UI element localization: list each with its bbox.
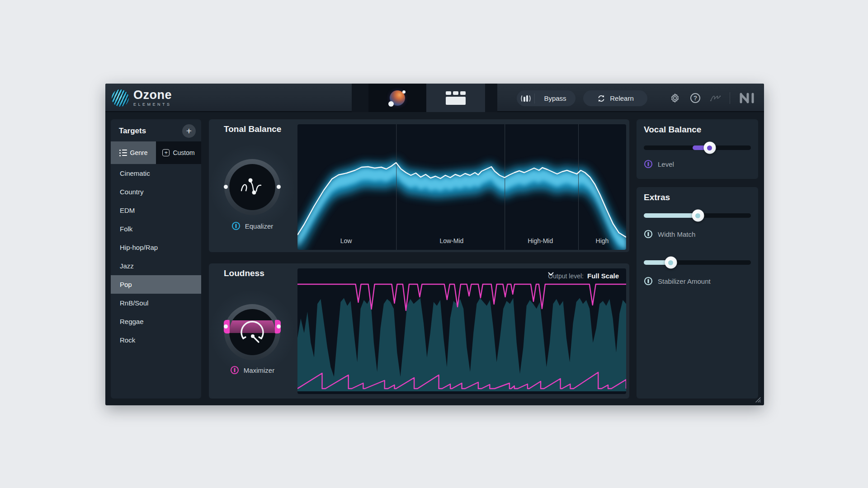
slider-thumb[interactable] xyxy=(703,142,716,154)
loudness-display: Output level: Full Scale xyxy=(297,268,626,394)
brand-subtitle: ELEMENTS xyxy=(133,102,172,107)
settings-gear-icon[interactable] xyxy=(669,92,681,104)
relearn-button[interactable]: Relearn xyxy=(583,90,647,106)
assistant-sphere-icon xyxy=(390,90,405,106)
genre-item[interactable]: Hip-hop/Rap xyxy=(111,238,201,257)
signature-icon[interactable] xyxy=(709,92,722,104)
slider-thumb[interactable] xyxy=(665,257,677,269)
tab-custom-label: Custom xyxy=(173,149,194,156)
tonal-balance-panel: Tonal Balance Equali xyxy=(209,119,629,252)
topbar: Ozone ELEMENTS xyxy=(105,84,764,112)
genre-list: CinematicCountryEDMFolkHip-hop/RapJazzPo… xyxy=(111,164,201,349)
add-target-button[interactable]: + xyxy=(182,124,196,138)
extras-panel: Extras Width Match xyxy=(637,187,758,399)
custom-plus-icon: + xyxy=(162,149,170,156)
maximizer-gauge-icon xyxy=(238,318,267,347)
width-match-label: Width Match xyxy=(658,230,695,238)
tab-genre[interactable]: Genre xyxy=(111,141,156,164)
equalizer-power-toggle[interactable] xyxy=(231,221,241,230)
output-level-dropdown[interactable]: Output level: Full Scale xyxy=(548,272,619,280)
tab-assistant-view[interactable] xyxy=(368,84,426,112)
loudness-chart xyxy=(297,268,626,394)
brand-name: Ozone xyxy=(133,89,172,101)
targets-panel: Targets + Genre + Custom CinematicCountr… xyxy=(111,119,201,399)
ozone-plugin-window: Ozone ELEMENTS xyxy=(105,84,764,405)
brand-logo: Ozone ELEMENTS xyxy=(112,89,172,107)
gain-match-meter-icon xyxy=(520,94,531,103)
band-label: Low-Mid xyxy=(440,237,464,244)
maximizer-label: Maximizer xyxy=(244,366,274,374)
tab-detailed-view[interactable] xyxy=(426,84,485,112)
output-level-value: Full Scale xyxy=(587,272,619,280)
knob-marker-right xyxy=(277,324,281,328)
genre-item[interactable]: Reggae xyxy=(111,312,201,331)
relearn-refresh-icon xyxy=(597,94,606,103)
ozone-logo-icon xyxy=(112,89,129,107)
knob-marker-left xyxy=(224,185,228,189)
genre-list-icon xyxy=(119,150,127,156)
width-match-slider[interactable] xyxy=(644,213,751,218)
equalizer-knob[interactable] xyxy=(224,159,280,215)
tonal-balance-display: LowLow-MidHigh-MidHigh xyxy=(297,124,626,250)
spectrum-chart xyxy=(297,124,626,250)
relearn-label: Relearn xyxy=(610,94,634,102)
topbar-divider xyxy=(730,92,730,104)
vocal-level-slider[interactable] xyxy=(644,145,751,150)
help-icon[interactable]: ? xyxy=(689,92,702,104)
genre-item[interactable]: Folk xyxy=(111,220,201,238)
genre-item[interactable]: Cinematic xyxy=(111,164,201,183)
genre-item[interactable]: Rock xyxy=(111,331,201,349)
equalizer-label: Equalizer xyxy=(245,222,274,230)
extras-title: Extras xyxy=(644,192,670,202)
genre-item[interactable]: Country xyxy=(111,183,201,201)
tonal-balance-title: Tonal Balance xyxy=(224,124,281,134)
slider-fill xyxy=(644,213,700,218)
resize-handle[interactable] xyxy=(754,396,761,403)
loudness-title: Loudness xyxy=(224,268,264,278)
equalizer-curve-icon xyxy=(239,174,266,201)
loudness-panel: Loudness xyxy=(209,263,629,399)
stabilizer-amount-slider[interactable] xyxy=(644,260,751,265)
genre-item[interactable]: RnB/Soul xyxy=(111,294,201,312)
stabilizer-label: Stabilizer Amount xyxy=(658,277,711,285)
genre-item[interactable]: Jazz xyxy=(111,257,201,275)
bypass-label: Bypass xyxy=(535,94,576,102)
tab-custom[interactable]: + Custom xyxy=(156,141,201,164)
width-match-power-toggle[interactable] xyxy=(644,230,653,239)
maximizer-power-toggle[interactable] xyxy=(230,366,239,375)
view-tabstrip xyxy=(352,84,497,112)
vocal-level-power-toggle[interactable] xyxy=(644,160,653,169)
tab-genre-label: Genre xyxy=(130,149,148,156)
vocal-balance-title: Vocal Balance xyxy=(644,125,701,135)
chevron-down-icon xyxy=(548,272,554,276)
targets-title: Targets xyxy=(119,127,146,136)
modules-icon xyxy=(446,91,466,105)
band-label: High xyxy=(596,237,609,244)
ni-logo[interactable] xyxy=(738,92,756,104)
bypass-button[interactable]: Bypass xyxy=(517,90,576,106)
stabilizer-power-toggle[interactable] xyxy=(644,277,653,286)
knob-marker-left xyxy=(224,324,228,328)
vocal-level-label: Level xyxy=(658,160,674,168)
band-label: High-Mid xyxy=(528,237,553,244)
knob-marker-right xyxy=(277,185,281,189)
desktop: Ozone ELEMENTS xyxy=(0,0,868,488)
band-label: Low xyxy=(340,237,352,244)
genre-item[interactable]: Pop xyxy=(111,275,201,294)
slider-thumb[interactable] xyxy=(692,210,704,222)
vocal-balance-panel: Vocal Balance Level xyxy=(637,119,758,179)
maximizer-knob[interactable] xyxy=(224,304,280,360)
genre-item[interactable]: EDM xyxy=(111,201,201,220)
